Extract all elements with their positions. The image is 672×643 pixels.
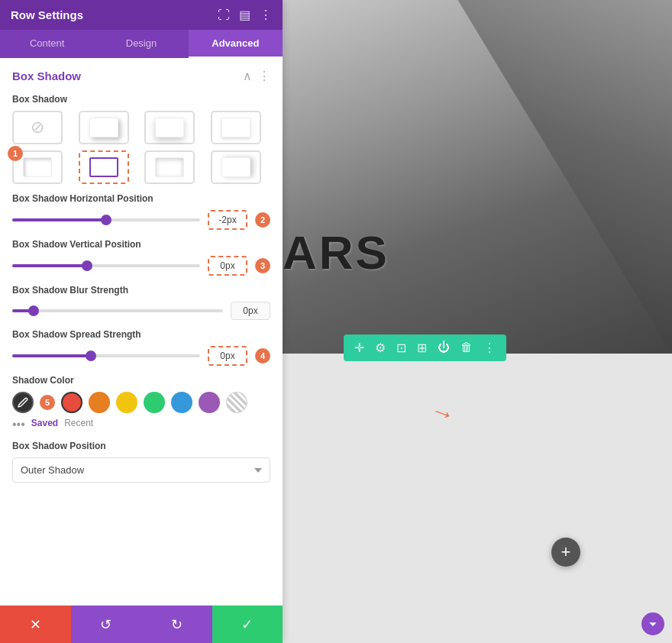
preview-corner-icon[interactable]	[641, 612, 664, 635]
swatch-shadow-right-bottom	[89, 118, 118, 137]
horizontal-value[interactable]: -2px	[208, 210, 247, 230]
none-icon: ⊘	[31, 118, 44, 137]
row-settings-panel: Row Settings ⛶ ▤ ⋮ Content Design Advanc…	[0, 0, 283, 643]
vertical-slider-track[interactable]	[12, 260, 200, 271]
color-green[interactable]	[144, 392, 165, 413]
blur-value[interactable]: 0px	[231, 302, 270, 320]
shadow-swatch-4[interactable]: 1	[12, 150, 63, 184]
shadow-position-label: Box Shadow Position	[12, 441, 270, 451]
color-edit-button[interactable]	[12, 392, 34, 413]
columns-icon[interactable]: ▤	[239, 8, 250, 22]
redo-button[interactable]: ↻	[141, 606, 212, 643]
shadow-color-label: Shadow Color	[12, 375, 270, 386]
panel-header: Row Settings ⛶ ▤ ⋮	[0, 0, 283, 30]
blur-label: Box Shadow Blur Strength	[12, 285, 270, 296]
tab-content[interactable]: Content	[0, 30, 94, 58]
swatch-outline-selected	[89, 157, 118, 177]
spread-label: Box Shadow Spread Strength	[12, 329, 270, 340]
step-3-badge: 3	[255, 258, 270, 273]
shadow-position-dropdown-row: Outer Shadow Inner Shadow	[12, 457, 270, 483]
vertical-label: Box Shadow Vertical Position	[12, 239, 270, 250]
color-row: 5	[12, 392, 270, 413]
color-blue[interactable]	[171, 392, 192, 413]
step-2-badge: 2	[255, 212, 270, 228]
color-links: ••• Saved Recent	[12, 418, 270, 431]
save-button[interactable]: ✓	[212, 606, 283, 643]
toolbar-duplicate-icon[interactable]: ⊡	[396, 341, 406, 355]
spread-value[interactable]: 0px	[208, 346, 247, 366]
horizontal-label: Box Shadow Horizontal Position	[12, 193, 270, 204]
preview-lower-area	[283, 354, 672, 643]
blur-slider-row: 0px	[12, 302, 270, 320]
cancel-button[interactable]: ✕	[0, 606, 71, 643]
shadow-position-select[interactable]: Outer Shadow Inner Shadow	[12, 457, 270, 483]
swatch-shadow-right	[221, 157, 250, 177]
toolbar-move-icon[interactable]: ✛	[354, 341, 364, 355]
box-shadow-label: Box Shadow	[12, 94, 270, 105]
toolbar-toggle-icon[interactable]: ⏻	[438, 341, 450, 354]
horizontal-slider-track[interactable]	[12, 215, 200, 225]
step-1-badge: 1	[8, 146, 23, 161]
shadow-swatch-3[interactable]	[211, 111, 261, 144]
shadow-swatches-row2: 1	[12, 150, 270, 184]
save-icon: ✓	[241, 616, 253, 633]
pencil-icon	[18, 397, 28, 408]
vertical-slider-row: 0px 3	[12, 256, 270, 276]
toolbar-more-icon[interactable]: ⋮	[483, 341, 496, 355]
preview-area: ARS ✛ ⚙ ⊡ ⊞ ⏻ 🗑 ⋮ → +	[283, 0, 672, 643]
shadow-swatch-1[interactable]	[79, 111, 129, 144]
section-header: Box Shadow ∧ ⋮	[12, 69, 270, 83]
shadow-swatch-6[interactable]	[144, 150, 195, 184]
swatch-shadow-bottom	[155, 118, 184, 137]
color-red[interactable]	[61, 392, 82, 413]
spread-slider-track[interactable]	[12, 351, 200, 361]
tab-advanced[interactable]: Advanced	[189, 30, 283, 58]
section-title: Box Shadow	[12, 69, 81, 82]
panel-header-icons: ⛶ ▤ ⋮	[218, 8, 272, 22]
panel-footer: ✕ ↺ ↻ ✓	[0, 605, 283, 643]
undo-button[interactable]: ↺	[71, 606, 142, 643]
color-yellow[interactable]	[116, 392, 137, 413]
spread-slider-row: 0px 4	[12, 346, 270, 366]
redo-icon: ↻	[171, 616, 183, 633]
color-orange[interactable]	[89, 392, 110, 413]
shadow-swatch-none[interactable]: ⊘	[12, 111, 63, 144]
tabs-bar: Content Design Advanced	[0, 30, 283, 58]
more-icon[interactable]: ⋮	[260, 8, 272, 22]
preview-toolbar: ✛ ⚙ ⊡ ⊞ ⏻ 🗑 ⋮	[344, 334, 506, 361]
swatch-inset-top	[155, 157, 184, 177]
section-controls: ∧ ⋮	[243, 69, 270, 83]
vertical-value[interactable]: 0px	[208, 256, 247, 276]
color-custom[interactable]	[226, 392, 247, 413]
shadow-swatch-2[interactable]	[144, 111, 195, 144]
step-5-badge: 5	[40, 395, 55, 410]
undo-icon: ↺	[100, 616, 111, 633]
add-row-button[interactable]: +	[551, 538, 580, 567]
expand-icon[interactable]: ⛶	[218, 8, 230, 22]
cancel-icon: ✕	[30, 616, 41, 633]
swatch-shadow-soft	[221, 118, 250, 137]
color-purple[interactable]	[199, 392, 220, 413]
panel-body: Box Shadow ∧ ⋮ Box Shadow ⊘	[0, 58, 283, 605]
toolbar-delete-icon[interactable]: 🗑	[460, 341, 473, 354]
saved-link[interactable]: Saved	[31, 418, 58, 431]
preview-heading-text: ARS	[283, 225, 389, 279]
section-more-icon[interactable]: ⋮	[258, 69, 270, 83]
tab-design[interactable]: Design	[94, 30, 188, 58]
blur-slider-track[interactable]	[12, 305, 223, 316]
color-more-dots[interactable]: •••	[12, 418, 25, 431]
shadow-swatches: ⊘	[12, 111, 270, 144]
shadow-swatch-7[interactable]	[211, 150, 261, 184]
collapse-icon[interactable]: ∧	[243, 69, 252, 83]
swatch-inner-shadow	[23, 157, 52, 177]
panel-title: Row Settings	[11, 8, 83, 21]
shadow-swatch-5[interactable]	[79, 150, 129, 184]
recent-link[interactable]: Recent	[64, 418, 93, 431]
corner-arrow-icon	[648, 619, 658, 629]
step-4-badge: 4	[255, 348, 270, 364]
toolbar-settings-icon[interactable]: ⚙	[375, 341, 386, 355]
horizontal-slider-row: -2px 2	[12, 210, 270, 230]
toolbar-grid-icon[interactable]: ⊞	[417, 341, 427, 355]
